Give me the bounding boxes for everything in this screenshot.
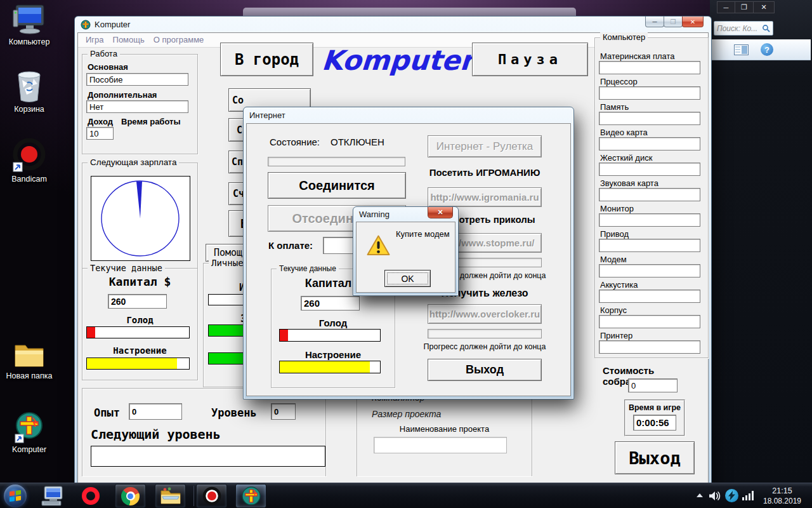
taskbar: 21:15 18.08.2019 xyxy=(0,483,812,508)
recycle-bin-icon xyxy=(15,70,44,103)
component-label: Корпус xyxy=(600,305,627,315)
komputer-game-icon xyxy=(241,486,261,506)
computer-icon xyxy=(11,4,48,36)
volume-icon[interactable] xyxy=(709,490,721,502)
level-input[interactable] xyxy=(271,403,296,420)
desktop-icon-label: Komputer xyxy=(0,445,58,454)
tray-date: 18.08.2019 xyxy=(756,496,808,506)
component-input-cpu[interactable] xyxy=(599,86,700,100)
folder-icon xyxy=(160,487,181,505)
next-level-field[interactable] xyxy=(91,446,325,467)
start-button[interactable] xyxy=(4,485,27,507)
dialog-current-data-title: Текучие данные xyxy=(277,264,339,274)
menu-game[interactable]: Игра xyxy=(81,33,108,47)
component-input-soundcard[interactable] xyxy=(599,188,700,201)
component-label: Память xyxy=(600,102,629,112)
taskbar-bandicam-icon[interactable] xyxy=(196,484,227,508)
secondary-job-input[interactable] xyxy=(86,100,188,113)
layout-view-icon[interactable] xyxy=(734,44,749,55)
desktop-icon-komputer[interactable]: Komputer xyxy=(0,411,58,454)
internet-dialog-titlebar[interactable]: Интернет xyxy=(244,107,573,123)
explorer-search-box[interactable]: Поиск: Ко... xyxy=(714,21,773,36)
primary-job-input[interactable] xyxy=(86,73,188,86)
main-window-titlebar[interactable]: Komputer xyxy=(75,17,711,32)
component-input-videocard[interactable] xyxy=(599,137,700,150)
desktop-icon-bandicam[interactable]: Bandicam xyxy=(0,138,58,184)
city-button[interactable]: В город xyxy=(220,43,313,76)
igromania-label: Посетить ИГРОМАНИЮ xyxy=(428,167,542,178)
work-group-title: Работа xyxy=(88,49,120,59)
component-input-modem[interactable] xyxy=(599,264,700,277)
minimize-button[interactable]: ─ xyxy=(645,17,664,27)
component-input-motherboard[interactable] xyxy=(599,61,700,74)
main-window-title: Komputer xyxy=(95,20,130,29)
desktop-icon-computer[interactable]: Компьютер xyxy=(0,4,58,46)
connect-button[interactable]: Соединится xyxy=(268,172,406,199)
component-label: Монитор xyxy=(600,204,634,213)
mood-label: Настроение xyxy=(82,345,197,356)
desktop-icon-new-folder[interactable]: Новая папка xyxy=(0,339,58,380)
component-input-printer[interactable] xyxy=(599,340,700,354)
next-level-label: Следующий уровень xyxy=(91,427,221,442)
exp-input[interactable] xyxy=(129,403,182,420)
desktop-icon-recycle-bin[interactable]: Корзина xyxy=(0,70,58,114)
hunger-bar xyxy=(86,326,190,338)
igromania-button[interactable]: http://www.igromania.ru xyxy=(428,187,542,207)
mood-bar xyxy=(86,358,190,370)
dialog-capital-input[interactable] xyxy=(301,296,360,311)
component-label: Аккустика xyxy=(600,280,638,290)
computer-group: Компьютер Материнская плата Прцессор Пам… xyxy=(594,37,709,358)
main-exit-button[interactable]: Выход xyxy=(615,441,695,474)
experience-panel: Опыт Уровень Следующий уровень xyxy=(82,388,326,476)
component-label: Привод xyxy=(600,229,629,239)
component-input-memory[interactable] xyxy=(599,112,700,125)
taskbar-computer-icon[interactable] xyxy=(37,484,68,508)
component-input-drive[interactable] xyxy=(599,239,700,252)
income-input[interactable] xyxy=(86,127,114,140)
hardware-button[interactable]: http://www.overcloker.ru xyxy=(428,304,542,324)
tray-clock[interactable]: 21:15 18.08.2019 xyxy=(756,486,808,506)
warning-dialog-client: Купите модем OK xyxy=(356,222,455,293)
level-label: Уровень xyxy=(211,406,257,419)
taskbar-explorer-icon[interactable] xyxy=(155,484,186,508)
roulette-button[interactable]: Интернет - Рулетка xyxy=(428,135,542,157)
windows-flag-icon xyxy=(10,490,21,502)
menu-about[interactable]: О программе xyxy=(149,33,209,47)
maximize-button[interactable]: ❐ xyxy=(735,1,754,13)
help-icon[interactable]: ? xyxy=(761,43,773,56)
pc-cost-input[interactable] xyxy=(628,378,678,392)
opera-icon xyxy=(82,487,100,505)
dialog-exit-button[interactable]: Выход xyxy=(428,359,542,381)
component-input-acoustics[interactable] xyxy=(599,290,700,303)
tray-expand-icon[interactable] xyxy=(697,493,703,497)
taskbar-opera-icon[interactable] xyxy=(75,484,106,508)
connection-progressbar xyxy=(268,157,405,166)
desktop-icon-label: Bandicam xyxy=(0,175,58,184)
worktime-label: Время работы xyxy=(121,117,181,126)
close-button[interactable]: ✕ xyxy=(754,1,775,13)
maximize-button[interactable]: ❐ xyxy=(664,17,683,27)
warning-dialog: Warning ✕ Купите модем OK xyxy=(353,206,459,296)
close-icon[interactable]: ✕ xyxy=(428,207,453,218)
game-time-input[interactable] xyxy=(633,415,676,431)
ok-button[interactable]: OK xyxy=(384,270,431,287)
salary-pie-chart xyxy=(91,176,190,261)
minimize-button[interactable]: ─ xyxy=(717,1,735,13)
app-icon xyxy=(81,20,91,30)
menu-help[interactable]: Помощь xyxy=(108,33,149,47)
secondary-job-label: Дополнительная xyxy=(88,90,157,100)
background-window-caption: ─ ❐ ✕ xyxy=(717,1,775,13)
component-input-monitor[interactable] xyxy=(599,213,700,227)
project-name-input[interactable] xyxy=(374,437,507,453)
warning-message: Купите модем xyxy=(396,229,450,239)
tray-app-icon[interactable] xyxy=(725,489,738,502)
component-input-hdd[interactable] xyxy=(599,163,700,176)
network-icon[interactable] xyxy=(742,491,754,500)
component-input-case[interactable] xyxy=(599,315,700,328)
taskbar-komputer-icon[interactable] xyxy=(235,484,266,508)
close-button[interactable]: ✕ xyxy=(682,17,704,27)
tray-time: 21:15 xyxy=(756,486,808,496)
pause-button[interactable]: Пауза xyxy=(472,43,588,76)
capital-input[interactable] xyxy=(108,294,167,309)
taskbar-chrome-icon[interactable] xyxy=(115,484,146,508)
